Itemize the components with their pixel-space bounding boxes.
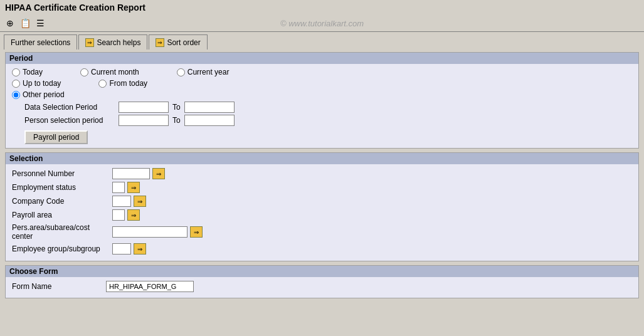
radio-up-to-today-input[interactable] bbox=[12, 80, 20, 88]
form-name-row: Form Name bbox=[12, 281, 632, 292]
payroll-area-input[interactable] bbox=[112, 209, 125, 221]
pers-area-row: Pers.area/subarea/cost center ⇒ bbox=[12, 223, 632, 241]
selection-section-body: Personnel Number ⇒ Employment status ⇒ C… bbox=[6, 164, 638, 261]
toolbar: ⊕ 📋 ☰ © www.tutorialkart.com bbox=[0, 15, 644, 32]
radio-current-year-label: Current year bbox=[187, 68, 230, 76]
company-code-row: Company Code ⇒ bbox=[12, 196, 632, 207]
data-selection-period-to[interactable] bbox=[184, 102, 235, 113]
employee-group-input[interactable] bbox=[112, 243, 131, 255]
tab-sort-order-arrow: ⇒ bbox=[156, 38, 164, 47]
personnel-number-arrow[interactable]: ⇒ bbox=[152, 168, 165, 179]
person-selection-period-row: Person selection period To bbox=[24, 115, 632, 126]
to-label-1: To bbox=[172, 103, 181, 112]
radio-other-period-input[interactable] bbox=[12, 91, 20, 99]
radio-from-today-label: From today bbox=[109, 79, 147, 88]
employee-group-row: Employee group/subgroup ⇒ bbox=[12, 243, 632, 255]
toolbar-icon-1[interactable]: ⊕ bbox=[4, 17, 16, 29]
radio-up-to-today: Up to today bbox=[12, 79, 61, 88]
main-content: Period Today Current month Current year bbox=[0, 50, 644, 336]
tab-search-helps[interactable]: ⇒ Search helps bbox=[78, 34, 147, 50]
tab-sort-order[interactable]: ⇒ Sort order bbox=[149, 34, 207, 50]
radio-today-label: Today bbox=[23, 68, 43, 76]
radio-today-input[interactable] bbox=[12, 68, 20, 76]
watermark: © www.tutorialkart.com bbox=[280, 19, 364, 28]
tab-bar: Further selections ⇒ Search helps ⇒ Sort… bbox=[0, 32, 644, 50]
period-row-2: Up to today From today bbox=[12, 79, 632, 88]
toolbar-icon-2[interactable]: 📋 bbox=[19, 17, 31, 29]
company-code-label: Company Code bbox=[12, 197, 112, 206]
tab-further-selections[interactable]: Further selections bbox=[4, 34, 77, 50]
radio-current-month-label: Current month bbox=[91, 68, 139, 76]
tab-search-helps-arrow: ⇒ bbox=[85, 38, 94, 47]
radio-current-year: Current year bbox=[177, 68, 230, 76]
period-section-header: Period bbox=[6, 53, 638, 64]
choose-form-header: Choose Form bbox=[6, 266, 638, 277]
tab-search-helps-label: Search helps bbox=[97, 38, 140, 47]
payroll-area-row: Payroll area ⇒ bbox=[12, 209, 632, 221]
radio-up-to-today-label: Up to today bbox=[23, 79, 61, 88]
period-section-body: Today Current month Current year Up to t… bbox=[6, 64, 638, 148]
personnel-number-input[interactable] bbox=[112, 168, 150, 179]
selection-section-header: Selection bbox=[6, 153, 638, 164]
data-selection-period-label: Data Selection Period bbox=[24, 103, 119, 112]
employment-status-arrow[interactable]: ⇒ bbox=[127, 182, 140, 193]
employment-status-row: Employment status ⇒ bbox=[12, 182, 632, 193]
radio-current-month: Current month bbox=[80, 68, 139, 76]
company-code-input[interactable] bbox=[112, 196, 131, 207]
pers-area-input[interactable] bbox=[112, 226, 187, 238]
radio-other-period: Other period bbox=[12, 90, 65, 99]
period-row-1: Today Current month Current year bbox=[12, 68, 632, 76]
payroll-area-label: Payroll area bbox=[12, 211, 112, 219]
pers-area-label: Pers.area/subarea/cost center bbox=[12, 223, 112, 241]
page-title: HIPAA Certificate Creation Report bbox=[5, 3, 145, 13]
person-selection-period-label: Person selection period bbox=[24, 116, 119, 125]
radio-today: Today bbox=[12, 68, 43, 76]
employee-group-arrow[interactable]: ⇒ bbox=[134, 243, 146, 255]
form-name-input[interactable] bbox=[106, 281, 194, 292]
data-selection-period-from[interactable] bbox=[119, 102, 169, 113]
main-window: HIPAA Certificate Creation Report ⊕ 📋 ☰ … bbox=[0, 0, 644, 336]
period-section: Period Today Current month Current year bbox=[5, 52, 639, 149]
payroll-period-button[interactable]: Payroll period bbox=[24, 130, 88, 144]
radio-current-year-input[interactable] bbox=[177, 68, 185, 76]
tab-sort-order-label: Sort order bbox=[167, 38, 200, 47]
employment-status-label: Employment status bbox=[12, 183, 112, 192]
payroll-area-arrow[interactable]: ⇒ bbox=[127, 209, 140, 221]
personnel-number-row: Personnel Number ⇒ bbox=[12, 168, 632, 179]
radio-other-period-label: Other period bbox=[23, 90, 65, 99]
choose-form-body: Form Name bbox=[6, 277, 638, 298]
radio-from-today-input[interactable] bbox=[98, 80, 107, 88]
period-row-3: Other period bbox=[12, 90, 632, 99]
pers-area-arrow[interactable]: ⇒ bbox=[190, 226, 203, 238]
personnel-number-label: Personnel Number bbox=[12, 169, 112, 178]
person-selection-period-from[interactable] bbox=[119, 115, 169, 126]
person-selection-period-to[interactable] bbox=[184, 115, 235, 126]
choose-form-section: Choose Form Form Name bbox=[5, 265, 639, 298]
to-label-2: To bbox=[172, 116, 181, 125]
employee-group-label: Employee group/subgroup bbox=[12, 244, 112, 253]
data-selection-period-row: Data Selection Period To bbox=[24, 102, 632, 113]
form-name-label: Form Name bbox=[12, 282, 106, 291]
company-code-arrow[interactable]: ⇒ bbox=[134, 196, 146, 207]
toolbar-icon-3[interactable]: ☰ bbox=[34, 17, 46, 29]
employment-status-input[interactable] bbox=[112, 182, 125, 193]
tab-further-selections-label: Further selections bbox=[11, 38, 70, 47]
title-bar: HIPAA Certificate Creation Report bbox=[0, 0, 644, 15]
selection-section: Selection Personnel Number ⇒ Employment … bbox=[5, 152, 639, 261]
radio-from-today: From today bbox=[98, 79, 147, 88]
radio-current-month-input[interactable] bbox=[80, 68, 88, 76]
